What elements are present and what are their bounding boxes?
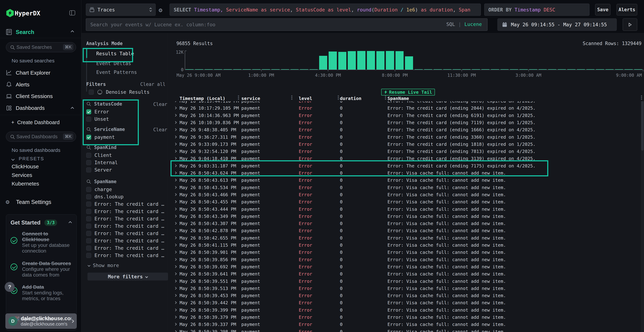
saved-dashboards-input[interactable]: ⌘K: [6, 132, 76, 142]
checkbox-checked[interactable]: [86, 109, 91, 114]
column-header-duration[interactable]: duration: [340, 96, 361, 101]
expand-row-chevron-icon[interactable]: [174, 106, 177, 110]
checkbox[interactable]: [86, 153, 91, 158]
checkbox[interactable]: [86, 216, 91, 221]
expand-row-chevron-icon[interactable]: [174, 316, 177, 318]
expand-row-chevron-icon[interactable]: [174, 114, 177, 117]
table-row[interactable]: May 26 9:48:38.405 PMpaymentError0Error:…: [168, 126, 644, 133]
table-row[interactable]: May 26 8:50:41.115 PMpaymentError0Error:…: [168, 242, 644, 249]
expand-row-chevron-icon[interactable]: [174, 164, 177, 167]
expand-row-chevron-icon[interactable]: [174, 128, 177, 131]
resume-live-tail-button[interactable]: Resume Live Tail: [381, 89, 435, 96]
expand-row-chevron-icon[interactable]: [174, 294, 177, 297]
expand-row-chevron-icon[interactable]: [174, 150, 177, 153]
checkbox[interactable]: [86, 231, 91, 236]
sidebar-item-chart-explorer[interactable]: Chart Explorer: [16, 70, 50, 76]
filter-option[interactable]: payment: [86, 134, 165, 141]
sidebar-item-team-settings[interactable]: Team Settings: [16, 199, 51, 205]
expand-row-chevron-icon[interactable]: [174, 157, 177, 160]
table-row[interactable]: May 26 8:50:43.307 PMpaymentError0Error:…: [168, 220, 644, 227]
column-resize-handle-icon[interactable]: •••: [290, 96, 293, 100]
expand-row-chevron-icon[interactable]: [174, 280, 177, 282]
expand-row-chevron-icon[interactable]: [174, 200, 177, 203]
table-row[interactable]: May 26 8:50:39.453 PMpaymentError0Error:…: [168, 292, 644, 299]
saved-searches-input[interactable]: ⌘K: [6, 42, 76, 52]
column-header-spanname[interactable]: SpanName: [388, 96, 409, 101]
expand-row-chevron-icon[interactable]: [174, 186, 177, 189]
sidebar-item-alerts[interactable]: Alerts: [16, 82, 30, 88]
table-row[interactable]: May 26 8:50:39.379 PMpaymentError0Error:…: [168, 314, 644, 321]
filter-option[interactable]: Error: [86, 108, 165, 116]
sidebar-item-search[interactable]: Search: [16, 29, 34, 36]
expand-row-chevron-icon[interactable]: [174, 301, 177, 304]
sidebar-item-clickhouse[interactable]: ClickHouse: [12, 164, 39, 170]
save-button[interactable]: Save: [595, 4, 610, 16]
checkbox[interactable]: [86, 253, 91, 258]
column-resize-handle-icon[interactable]: •••: [640, 96, 643, 100]
expand-row-chevron-icon[interactable]: [174, 236, 177, 239]
table-row[interactable]: May 26 8:50:39.551 PMpaymentError0Error:…: [168, 278, 644, 285]
table-row[interactable]: May 26 9:33:09.173 PMpaymentError0Error:…: [168, 140, 644, 148]
expand-row-chevron-icon[interactable]: [174, 330, 177, 332]
table-row[interactable]: May 26 8:50:39.399 PMpaymentError0Error:…: [168, 306, 644, 314]
get-started-collapse-chevron-icon[interactable]: [68, 221, 72, 224]
table-row[interactable]: May 26 8:50:43.624 PMpaymentError0Error:…: [168, 170, 644, 176]
filter-option[interactable]: Unset: [86, 116, 165, 123]
create-dashboard-button[interactable]: + Create Dashboard: [11, 120, 60, 126]
filter-option[interactable]: Server: [86, 166, 165, 174]
filter-option[interactable]: Error: The credit card …: [86, 200, 165, 208]
get-started-item[interactable]: Add Data Start sending logs, metrics, or…: [10, 284, 72, 302]
expand-row-chevron-icon[interactable]: [174, 272, 177, 275]
alerts-button[interactable]: Alerts: [617, 4, 637, 16]
gear-icon[interactable]: ⚙: [159, 6, 162, 14]
sql-mode-toggle[interactable]: SQL: [446, 22, 455, 27]
search-collapse-chevron-icon[interactable]: [71, 30, 74, 34]
expand-row-chevron-icon[interactable]: [174, 136, 177, 138]
filter-option[interactable]: Internal: [86, 159, 165, 166]
column-resize-handle-icon[interactable]: •••: [384, 96, 387, 100]
saved-dashboards-field[interactable]: [16, 134, 58, 140]
user-menu[interactable]: D dale@clickhouse.com dale@clickhouse.co…: [5, 314, 77, 329]
column-header-level[interactable]: level: [299, 96, 312, 101]
column-resize-handle-icon[interactable]: •••: [237, 96, 240, 100]
expand-row-chevron-icon[interactable]: [174, 222, 177, 225]
filter-option[interactable]: Client: [86, 152, 165, 159]
sidebar-item-kubernetes[interactable]: Kubernetes: [12, 181, 39, 187]
expand-row-chevron-icon[interactable]: [174, 101, 177, 102]
collapse-sidebar-icon[interactable]: [69, 9, 76, 17]
clear-filter-link[interactable]: Clear: [153, 102, 167, 107]
clear-filter-link[interactable]: Clear: [153, 127, 167, 132]
filter-option[interactable]: Error: The credit card …: [86, 244, 165, 252]
table-row[interactable]: May 26 8:50:39.641 PMpaymentError0Error:…: [168, 270, 644, 278]
column-header-service[interactable]: service: [241, 96, 260, 101]
table-row[interactable]: May 26 10:14:36.963 PMpaymentError0Error…: [168, 112, 644, 119]
expand-row-chevron-icon[interactable]: [174, 179, 177, 182]
column-header-timestamp-local-[interactable]: Timestamp (Local): [180, 96, 226, 101]
order-by-input[interactable]: ORDER BY Timestamp DESC: [484, 4, 590, 16]
sidebar-item-client-sessions[interactable]: Client Sessions: [16, 93, 53, 99]
checkbox[interactable]: [86, 187, 91, 192]
expand-row-chevron-icon[interactable]: [174, 244, 177, 246]
filter-option[interactable]: Error: The credit card …: [86, 208, 165, 215]
checkbox[interactable]: [86, 246, 91, 250]
expand-row-chevron-icon[interactable]: [174, 323, 177, 326]
table-row[interactable]: May 26 8:50:39.513 PMpaymentError0Error:…: [168, 285, 644, 292]
checkbox[interactable]: [86, 202, 91, 206]
table-row[interactable]: May 26 9:03:31.187 PMpaymentError0Error:…: [168, 162, 644, 170]
table-row[interactable]: May 26 8:50:39.901 PMpaymentError0Error:…: [168, 249, 644, 256]
filter-option[interactable]: Error: The credit card …: [86, 230, 165, 237]
expand-row-chevron-icon[interactable]: [174, 121, 177, 124]
table-row[interactable]: May 26 8:50:43.444 PMpaymentError0Error:…: [168, 206, 644, 213]
filter-option[interactable]: Error: The credit card …: [86, 222, 165, 230]
search-input[interactable]: [86, 18, 488, 31]
table-row[interactable]: May 26 8:50:42.655 PMpaymentError0Error:…: [168, 234, 644, 242]
table-row[interactable]: May 26 8:50:43.466 PMpaymentError0Error:…: [168, 191, 644, 198]
dashboards-collapse-chevron-icon[interactable]: [71, 107, 74, 110]
show-more-link[interactable]: Show more: [88, 262, 119, 268]
run-query-button[interactable]: [623, 18, 637, 31]
table-row[interactable]: May 26 8:50:43.455 PMpaymentError0Error:…: [168, 198, 644, 205]
expand-row-chevron-icon[interactable]: [174, 193, 177, 196]
filter-option[interactable]: charge: [86, 186, 165, 193]
table-row[interactable]: May 26 8:50:39.298 PMpaymentError0Error:…: [168, 328, 644, 332]
expand-row-chevron-icon[interactable]: [174, 308, 177, 311]
